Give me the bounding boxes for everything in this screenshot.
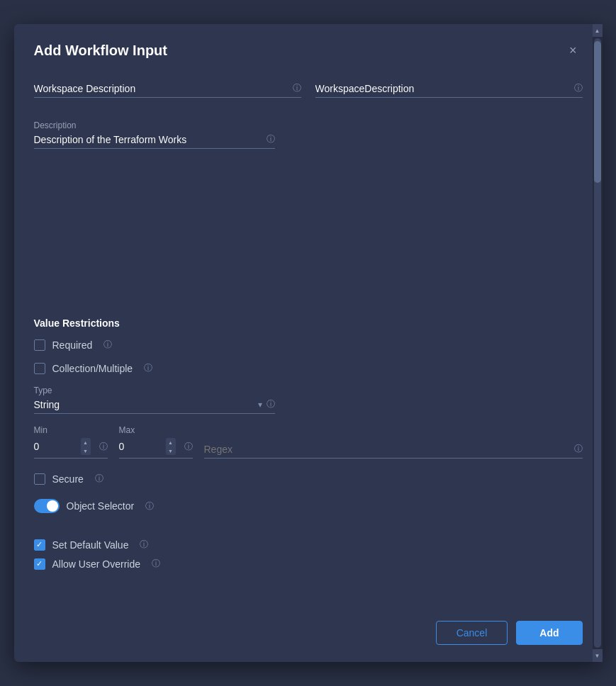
min-label: Min [34,425,108,435]
add-button[interactable]: Add [516,621,582,645]
min-stepper-up[interactable]: ▲ [81,438,91,446]
min-max-regex-row: Min ▲ ▼ ⓘ Max [34,425,583,459]
allow-user-override-checkbox[interactable] [34,558,45,570]
object-selector-row: Object Selector ⓘ [34,499,583,513]
collection-multiple-info-icon[interactable]: ⓘ [144,362,152,374]
dialog-body: ⓘ ⓘ Description ⓘ [14,71,603,609]
type-select[interactable]: String Integer Boolean Float [34,399,255,410]
dialog-title: Add Workflow Input [34,43,168,59]
max-stepper[interactable]: ▲ ▼ [166,438,176,455]
collection-multiple-row: Collection/Multiple ⓘ [34,362,583,374]
description-field-group: Description ⓘ [34,120,583,292]
type-label: Type [34,386,583,395]
scroll-up-arrow[interactable]: ▲ [593,24,603,37]
secure-info-icon[interactable]: ⓘ [95,473,103,485]
max-info-icon[interactable]: ⓘ [184,441,193,453]
max-group: Max ▲ ▼ ⓘ [119,425,193,459]
object-selector-info-icon[interactable]: ⓘ [145,500,154,512]
regex-info-icon[interactable]: ⓘ [574,443,583,455]
min-stepper[interactable]: ▲ ▼ [81,438,91,455]
workspace-description-input[interactable] [34,83,289,94]
collection-multiple-checkbox[interactable] [34,363,45,374]
object-selector-label: Object Selector [67,500,135,512]
required-info-icon[interactable]: ⓘ [103,339,112,351]
allow-user-override-info-icon[interactable]: ⓘ [152,558,160,570]
collection-multiple-label: Collection/Multiple [52,363,133,374]
type-select-wrapper: String Integer Boolean Float ▾ ⓘ [34,398,275,414]
object-selector-toggle-thumb [47,500,58,512]
add-workflow-input-dialog: ▲ ▼ Add Workflow Input × ⓘ [14,24,603,662]
value-restrictions-label: Value Restrictions [34,317,583,329]
min-group: Min ▲ ▼ ⓘ [34,425,108,459]
min-input-wrapper: ▲ ▼ ⓘ [34,438,108,459]
workspace-description-id-info-icon[interactable]: ⓘ [574,82,583,94]
workspace-description-info-icon[interactable]: ⓘ [293,82,301,94]
min-stepper-down[interactable]: ▼ [81,446,91,455]
description-label: Description [34,120,583,130]
max-stepper-up[interactable]: ▲ [166,438,176,446]
max-input-wrapper: ▲ ▼ ⓘ [119,438,193,459]
dialog-header: Add Workflow Input × [14,24,603,71]
dialog-footer: Cancel Add [14,609,603,662]
close-button[interactable]: × [564,41,583,60]
description-info-icon[interactable]: ⓘ [267,133,275,145]
type-section: Type String Integer Boolean Float ▾ ⓘ [34,386,583,414]
required-label: Required [52,339,93,351]
allow-user-override-label: Allow User Override [52,558,140,570]
object-selector-toggle[interactable] [34,499,60,513]
set-default-value-row: Set Default Value ⓘ [34,539,583,551]
type-info-icon[interactable]: ⓘ [267,398,275,410]
required-row: Required ⓘ [34,339,583,351]
secure-row: Secure ⓘ [34,473,583,485]
workspace-description-id-input-wrapper: ⓘ [315,82,583,98]
scrollbar-track[interactable]: ▲ ▼ [593,24,603,662]
workspace-description-row: ⓘ ⓘ [34,82,583,98]
workspace-description-id-input[interactable] [315,83,570,94]
max-input[interactable] [119,441,162,452]
regex-input[interactable] [204,444,570,455]
allow-user-override-row: Allow User Override ⓘ [34,558,583,570]
object-selector-toggle-track [34,499,60,513]
workspace-description-field-group: ⓘ [34,82,301,98]
regex-group: ⓘ [204,443,583,459]
description-input[interactable] [34,134,262,145]
min-input[interactable] [34,441,77,452]
regex-input-wrapper: ⓘ [204,443,583,459]
set-default-value-checkbox[interactable] [34,539,45,551]
cancel-button[interactable]: Cancel [436,621,508,645]
set-default-value-label: Set Default Value [52,539,129,551]
max-stepper-down[interactable]: ▼ [166,446,176,455]
scroll-down-arrow[interactable]: ▼ [593,649,603,662]
max-label: Max [119,425,193,435]
workspace-description-id-field-group: ⓘ [315,82,583,98]
dialog-overlay: ▲ ▼ Add Workflow Input × ⓘ [0,0,616,686]
required-checkbox[interactable] [34,339,45,351]
description-input-wrapper: ⓘ [34,133,275,149]
secure-label: Secure [52,473,84,485]
value-restrictions-section: Value Restrictions Required ⓘ Collection… [34,317,583,581]
set-default-value-info-icon[interactable]: ⓘ [140,539,148,551]
scroll-thumb[interactable] [594,41,601,183]
min-info-icon[interactable]: ⓘ [99,441,108,453]
workspace-description-input-wrapper: ⓘ [34,82,301,98]
secure-checkbox[interactable] [34,473,45,485]
type-dropdown-arrow: ▾ [258,400,262,410]
scroll-track-inner [594,38,601,648]
